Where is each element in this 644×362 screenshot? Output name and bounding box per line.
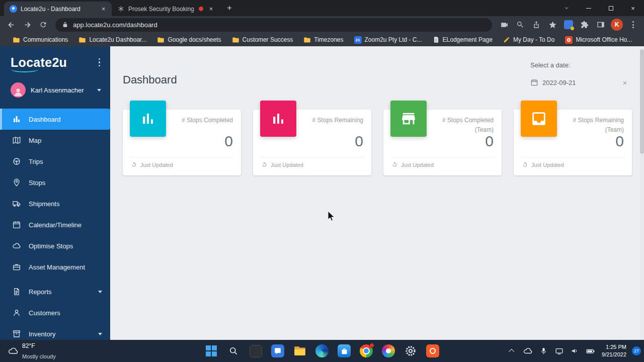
card-label: # Stops Remaining bbox=[312, 116, 363, 125]
taskbar-search-button[interactable] bbox=[224, 342, 243, 360]
weather-desc: Mostly cloudy bbox=[22, 353, 56, 359]
profile-avatar[interactable]: K bbox=[609, 18, 624, 32]
sidebar-item-map[interactable]: Map bbox=[0, 130, 110, 151]
url-text: app.locate2u.com/dashboard bbox=[73, 21, 157, 29]
card-footer: Just Updated bbox=[391, 161, 434, 168]
bookmark-communications[interactable]: Communications bbox=[8, 35, 72, 45]
microsoft-store-icon[interactable] bbox=[335, 342, 353, 360]
screen-recorder-icon[interactable] bbox=[379, 342, 397, 360]
sidebar-item-stops[interactable]: Stops bbox=[0, 172, 110, 193]
share-icon[interactable] bbox=[529, 18, 544, 32]
clear-date-icon[interactable]: × bbox=[620, 77, 630, 87]
back-button[interactable] bbox=[4, 18, 19, 32]
bookmark-zoom2u[interactable]: 21 Zoom2u Pty Ltd - C... bbox=[350, 35, 427, 45]
optimise-icon bbox=[12, 241, 22, 250]
windows-logo-icon bbox=[206, 345, 217, 356]
sidebar-item-customers[interactable]: Customers bbox=[0, 302, 110, 323]
volume-icon[interactable] bbox=[569, 344, 581, 358]
close-button[interactable]: × bbox=[622, 0, 644, 16]
zoom-icon[interactable] bbox=[513, 18, 528, 32]
address-bar[interactable]: app.locate2u.com/dashboard bbox=[55, 18, 492, 32]
sidebar-item-inventory[interactable]: Inventory bbox=[0, 323, 110, 340]
tab-title: Prosek Security Booking bbox=[128, 6, 195, 13]
sidebar-item-reports[interactable]: Reports bbox=[0, 281, 110, 302]
browser-menu-kebab-icon[interactable] bbox=[625, 18, 640, 32]
bookmark-my-day[interactable]: My Day - To Do bbox=[499, 35, 559, 44]
bookmark-locate2u-dashboard[interactable]: Locate2u Dashboar... bbox=[74, 35, 151, 45]
tab-prosek[interactable]: Prosek Security Booking × bbox=[112, 2, 219, 16]
shipments-icon bbox=[12, 199, 22, 208]
windows-taskbar: 82°F Mostly cloudy bbox=[0, 340, 644, 362]
tab-close-icon[interactable]: × bbox=[99, 5, 108, 13]
extensions-puzzle-icon[interactable] bbox=[577, 18, 592, 32]
forward-button[interactable] bbox=[20, 18, 35, 32]
microphone-icon[interactable] bbox=[537, 344, 549, 358]
tab-search-chevron-icon[interactable] bbox=[555, 0, 578, 16]
stat-cards: # Stops Completed 0 Just Updated bbox=[123, 110, 632, 175]
weather-widget[interactable]: 82°F Mostly cloudy bbox=[4, 340, 60, 362]
tab-close-icon[interactable]: × bbox=[207, 5, 215, 13]
bookmark-star-icon[interactable] bbox=[545, 18, 560, 32]
bookmark-elodgement[interactable]: ELodgement Page bbox=[428, 35, 497, 44]
trips-icon bbox=[12, 157, 22, 166]
clock-date: 9/21/2022 bbox=[602, 351, 626, 357]
card-footer: Just Updated bbox=[261, 161, 303, 168]
browser-tab-strip: Locate2u - Dashboard × Prosek Security B… bbox=[0, 0, 644, 16]
new-tab-button[interactable]: + bbox=[222, 1, 236, 15]
sidebar-item-asset-management[interactable]: Asset Management bbox=[0, 256, 110, 278]
app-icon-orange[interactable] bbox=[424, 342, 442, 360]
chrome-icon[interactable] bbox=[357, 342, 375, 360]
card-value: 0 bbox=[485, 133, 494, 150]
reports-icon bbox=[12, 287, 22, 296]
date-input[interactable]: 2022-09-21 × bbox=[530, 77, 630, 87]
bookmark-microsoft-office[interactable]: Microsoft Office Ho... bbox=[560, 35, 636, 45]
sidebar-item-shipments[interactable]: Shipments bbox=[0, 193, 110, 214]
cast-icon[interactable] bbox=[553, 344, 565, 358]
taskbar-icons bbox=[202, 340, 442, 362]
sidebar-item-optimise-stops[interactable]: Optimise Stops bbox=[0, 235, 110, 256]
bookmark-google-docs[interactable]: Google docs/sheets bbox=[152, 35, 225, 45]
side-panel-icon[interactable] bbox=[593, 18, 608, 32]
card-footer: Just Updated bbox=[131, 161, 173, 168]
chevron-down-icon bbox=[98, 333, 102, 335]
bookmarks-bar: Communications Locate2u Dashboar... Goog… bbox=[0, 33, 644, 46]
task-view-icon[interactable] bbox=[247, 342, 265, 360]
zoom2u-favicon: 21 bbox=[354, 36, 362, 44]
start-button[interactable] bbox=[202, 342, 220, 360]
minimize-button[interactable] bbox=[578, 0, 600, 16]
card-stops-remaining-team: # Stops Remaining (Team) 0 Just Updated bbox=[514, 110, 632, 175]
bookmark-timezones[interactable]: Timezones bbox=[299, 35, 348, 45]
settings-icon[interactable] bbox=[401, 342, 420, 360]
file-explorer-icon[interactable] bbox=[291, 342, 309, 360]
scrollbar-thumb[interactable] bbox=[640, 49, 644, 154]
battery-icon[interactable] bbox=[584, 344, 596, 358]
calendar-icon bbox=[12, 220, 22, 229]
bookmark-customer-success[interactable]: Customer Success bbox=[227, 35, 298, 45]
maximize-button[interactable] bbox=[600, 0, 622, 16]
store-icon bbox=[390, 101, 427, 137]
folder-icon bbox=[303, 36, 311, 44]
extension-icon[interactable] bbox=[561, 18, 576, 32]
taskbar-clock[interactable]: 1:25 PM 9/21/2022 bbox=[600, 343, 628, 359]
sidebar-item-trips[interactable]: Trips bbox=[0, 151, 110, 172]
card-stops-completed: # Stops Completed 0 Just Updated bbox=[123, 110, 241, 175]
sidebar-item-calendar[interactable]: Calendar/Timeline bbox=[0, 214, 110, 235]
reload-button[interactable] bbox=[36, 18, 51, 32]
camera-icon[interactable] bbox=[497, 18, 512, 32]
tray-expand-chevron-icon[interactable] bbox=[506, 344, 518, 358]
user-menu[interactable]: Karl Assenmacher bbox=[0, 78, 110, 102]
sidebar-menu-kebab-icon[interactable] bbox=[97, 56, 103, 69]
tab-locate2u[interactable]: Locate2u - Dashboard × bbox=[4, 2, 112, 16]
locate2u-favicon bbox=[9, 5, 17, 13]
page-favicon bbox=[433, 36, 440, 43]
edge-icon[interactable] bbox=[313, 342, 331, 360]
screen: Locate2u - Dashboard × Prosek Security B… bbox=[0, 0, 644, 362]
inventory-icon bbox=[12, 329, 22, 338]
chat-icon[interactable] bbox=[269, 342, 287, 360]
sidebar-item-dashboard[interactable]: Dashboard bbox=[0, 109, 110, 130]
notification-badge[interactable]: 27 bbox=[632, 346, 641, 355]
scrollbar-track[interactable] bbox=[640, 46, 644, 340]
office-favicon bbox=[565, 36, 573, 44]
onedrive-icon[interactable] bbox=[522, 344, 534, 358]
card-footer: Just Updated bbox=[522, 161, 564, 168]
